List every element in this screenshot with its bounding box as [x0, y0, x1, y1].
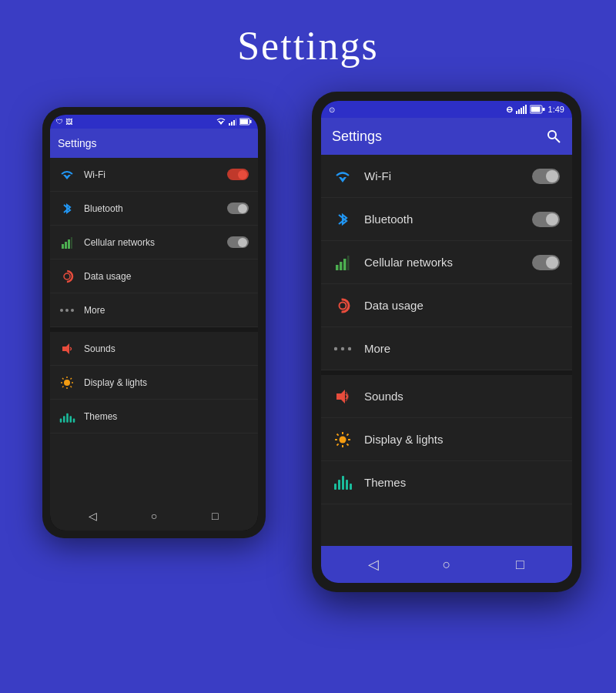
status-bar-large: ⊙ ⊖ 1:49 [321, 101, 572, 118]
status-right-icons-large: ⊖ 1:49 [506, 105, 564, 115]
cellular-icon-large [333, 253, 352, 272]
list-item[interactable]: Data usage [50, 259, 258, 293]
phone-small: 🛡 🖼 [42, 107, 266, 538]
recent-nav-icon-large[interactable]: □ [511, 557, 529, 573]
wifi-toggle-large[interactable] [532, 169, 560, 184]
svg-rect-39 [336, 265, 339, 270]
list-item[interactable]: Sounds [50, 332, 258, 366]
sounds-label-large: Sounds [364, 390, 560, 403]
home-nav-icon-large[interactable]: ○ [437, 557, 456, 573]
list-item[interactable]: Wi-Fi [50, 158, 258, 192]
more-icon [59, 303, 75, 318]
svg-point-47 [348, 346, 351, 350]
bluetooth-icon [59, 201, 75, 216]
bluetooth-toggle-large[interactable] [532, 212, 560, 227]
list-item[interactable]: Themes [321, 461, 572, 504]
svg-line-56 [346, 434, 348, 435]
svg-point-15 [60, 309, 63, 312]
svg-point-13 [62, 271, 72, 282]
search-button[interactable] [546, 129, 561, 144]
svg-rect-12 [71, 237, 72, 249]
cellular-label: Cellular networks [84, 237, 218, 248]
cellular-toggle-large[interactable] [532, 255, 560, 270]
phones-container: 🛡 🖼 [0, 92, 616, 693]
list-item[interactable]: Sounds [321, 375, 572, 418]
list-item[interactable]: Data usage [321, 284, 572, 327]
list-item[interactable]: More [321, 327, 572, 370]
svg-point-44 [340, 302, 346, 309]
data-usage-label-large: Data usage [364, 299, 560, 312]
cellular-toggle-small[interactable] [227, 236, 249, 248]
image-icon: 🖼 [65, 118, 72, 126]
wifi-status-icon [216, 118, 226, 126]
svg-point-45 [334, 346, 337, 350]
svg-point-16 [65, 309, 69, 312]
svg-rect-1 [229, 123, 230, 126]
svg-rect-4 [236, 119, 236, 126]
list-item[interactable]: Bluetooth [321, 198, 572, 241]
svg-line-37 [555, 138, 560, 142]
nav-bar-large: ◁ ○ □ [321, 546, 572, 583]
status-right-icons [216, 118, 252, 126]
svg-rect-35 [531, 107, 540, 112]
wifi-label: Wi-Fi [84, 169, 218, 180]
svg-line-55 [346, 444, 348, 445]
svg-rect-3 [233, 120, 235, 126]
list-item[interactable]: Themes [50, 400, 258, 434]
svg-rect-40 [340, 262, 343, 270]
list-item[interactable]: More [50, 293, 258, 327]
list-item[interactable]: Cellular networks [321, 241, 572, 284]
svg-marker-0 [218, 121, 224, 125]
svg-point-49 [340, 436, 346, 443]
svg-rect-30 [521, 108, 522, 114]
back-nav-icon-large[interactable]: ◁ [364, 556, 383, 573]
svg-rect-11 [68, 239, 70, 249]
home-nav-icon[interactable]: ○ [147, 510, 161, 522]
svg-rect-2 [231, 122, 233, 126]
recent-nav-icon[interactable]: □ [208, 510, 222, 522]
signal-full-icon [516, 105, 527, 114]
cellular-label-large: Cellular networks [364, 256, 520, 269]
themes-label: Themes [84, 411, 249, 422]
svg-line-54 [337, 434, 339, 435]
data-usage-label: Data usage [84, 271, 249, 282]
more-label: More [84, 305, 249, 316]
app-bar-title-small: Settings [58, 137, 97, 149]
settings-list-small: Wi-Fi Bluetooth [50, 158, 258, 501]
bluetooth-toggle-small[interactable] [227, 203, 249, 214]
themes-icon [59, 409, 75, 424]
app-bar-small: Settings [50, 129, 258, 158]
phone-large: ⊙ ⊖ 1:49 [312, 92, 581, 592]
bluetooth-label: Bluetooth [84, 203, 218, 214]
svg-line-25 [71, 386, 72, 387]
wifi-toggle-small[interactable] [227, 169, 249, 180]
list-item[interactable]: Cellular networks [50, 226, 258, 259]
data-usage-icon [59, 269, 75, 284]
svg-rect-9 [62, 244, 64, 249]
list-item[interactable]: Wi-Fi [321, 155, 572, 198]
data-usage-icon-large [333, 296, 352, 315]
list-item[interactable]: Bluetooth [50, 192, 258, 226]
bluetooth-label-large: Bluetooth [364, 213, 520, 226]
status-bar-small: 🛡 🖼 [50, 115, 258, 129]
bluetooth-icon-large [333, 210, 352, 229]
svg-rect-32 [525, 105, 527, 114]
time-display: 1:49 [548, 105, 564, 114]
battery-status-icon [239, 118, 252, 126]
svg-line-27 [62, 386, 64, 387]
shield-icon: 🛡 [56, 118, 63, 126]
list-item[interactable]: Display & lights [50, 366, 258, 400]
svg-rect-41 [343, 259, 346, 270]
svg-rect-29 [518, 109, 520, 114]
minus-icon: ⊖ [506, 105, 513, 115]
battery-large-icon [530, 105, 545, 114]
themes-icon-large [333, 474, 352, 492]
back-nav-icon[interactable]: ◁ [86, 510, 100, 522]
svg-rect-7 [240, 119, 248, 124]
wifi-label-large: Wi-Fi [364, 169, 520, 182]
settings-list-large: Wi-Fi Bluetooth [321, 155, 572, 546]
list-item[interactable]: Display & lights [321, 418, 572, 461]
themes-label-large: Themes [364, 476, 560, 489]
svg-point-36 [548, 131, 556, 139]
clock-status-icon: ⊙ [329, 105, 335, 114]
